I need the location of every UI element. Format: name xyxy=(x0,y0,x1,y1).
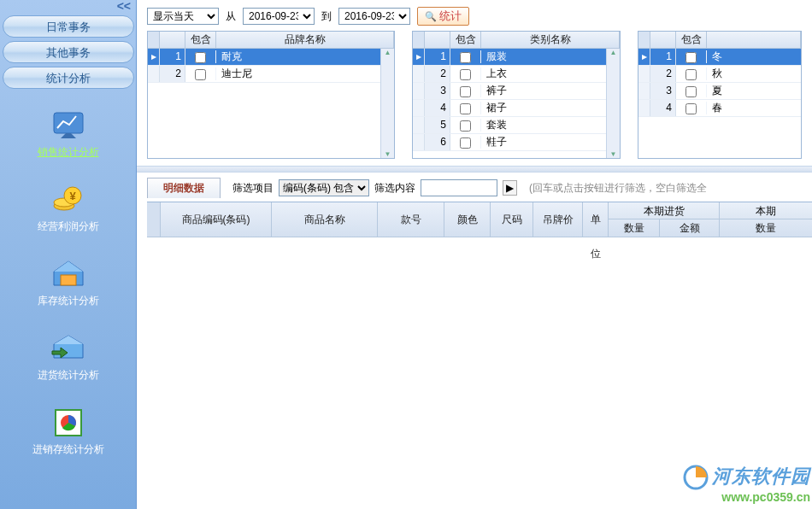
inbound-icon xyxy=(0,331,136,365)
include-header: 包含 xyxy=(185,32,216,48)
table-row[interactable]: 5套装 xyxy=(413,117,620,134)
sidebar-item-stock-analysis[interactable]: 库存统计分析 xyxy=(0,256,136,308)
table-row[interactable]: 6鞋子 xyxy=(413,134,620,151)
sidebar-item-label: 销售统计分析 xyxy=(0,145,136,160)
include-header: 包含 xyxy=(450,32,481,48)
table-row[interactable]: 2秋 xyxy=(638,66,801,83)
filter-go-icon[interactable]: ▶ xyxy=(503,180,517,196)
category-grid: 包含 类别名称 ▸1服装2上衣3裤子4裙子5套装6鞋子 xyxy=(412,31,621,159)
warehouse-icon xyxy=(0,256,136,290)
col-period-cur: 本期 xyxy=(720,202,812,219)
pie-report-icon xyxy=(0,405,136,439)
to-label: 到 xyxy=(321,9,332,24)
col-size[interactable]: 尺码 xyxy=(491,202,533,237)
nav-stats[interactable]: 统计分析 xyxy=(3,67,134,89)
sidebar-item-sales-analysis[interactable]: 销售统计分析 xyxy=(0,108,136,160)
svg-rect-5 xyxy=(61,275,76,285)
tab-detail-data[interactable]: 明细数据 xyxy=(147,178,221,198)
category-name-header: 类别名称 xyxy=(481,32,620,48)
magnifier-icon: 🔍 xyxy=(425,11,437,22)
sidebar-item-label: 库存统计分析 xyxy=(0,294,136,308)
table-row[interactable]: 2上衣 xyxy=(413,66,620,83)
col-code[interactable]: 商品编码(条码) xyxy=(161,202,271,237)
sidebar: << 日常事务 其他事务 统计分析 销售统计分析 ¥ 经营利润分析 库存统 xyxy=(0,0,137,509)
brand-grid: 包含 品牌名称 ▸1耐克2迪士尼 xyxy=(147,31,395,159)
from-label: 从 xyxy=(226,9,236,24)
sidebar-item-label: 进货统计分析 xyxy=(0,368,136,383)
col-price[interactable]: 吊牌价 xyxy=(533,202,582,237)
season-grid: 包含 ▸1冬2秋3夏4春 xyxy=(638,31,802,159)
brand-name-header: 品牌名称 xyxy=(216,32,394,48)
table-row[interactable]: 3裤子 xyxy=(413,83,620,100)
nav-daily[interactable]: 日常事务 xyxy=(3,15,134,38)
table-row[interactable]: ▸1冬 xyxy=(638,49,801,66)
include-checkbox[interactable] xyxy=(460,103,471,114)
scrollbar[interactable] xyxy=(606,49,620,158)
main-panel: 显示当天 从 2016-09-23 到 2016-09-23 🔍统计 包含 品牌… xyxy=(137,0,812,509)
svg-text:¥: ¥ xyxy=(69,190,76,202)
sidebar-item-label: 经营利润分析 xyxy=(0,219,136,234)
col-unit[interactable]: 单位 xyxy=(583,202,608,237)
include-checkbox[interactable] xyxy=(460,69,471,80)
nav-other[interactable]: 其他事务 xyxy=(3,41,134,63)
include-header: 包含 xyxy=(676,32,707,48)
col-period-in: 本期进货 xyxy=(609,202,719,219)
table-row[interactable]: 4春 xyxy=(638,100,801,117)
sidebar-item-profit-analysis[interactable]: ¥ 经营利润分析 xyxy=(0,182,136,234)
watermark: 河东软件园 www.pc0359.cn xyxy=(683,464,810,504)
col-qty2[interactable]: 数量 xyxy=(720,219,812,237)
include-checkbox[interactable] xyxy=(460,86,471,97)
filter-field-select[interactable]: 编码(条码) 包含 xyxy=(279,179,369,196)
col-style[interactable]: 款号 xyxy=(378,202,444,237)
from-date-input[interactable]: 2016-09-23 xyxy=(243,8,315,25)
filter-content-input[interactable] xyxy=(421,179,497,196)
col-name[interactable]: 商品名称 xyxy=(272,202,377,237)
sidebar-item-purchase-analysis[interactable]: 进货统计分析 xyxy=(0,331,136,383)
toolbar: 显示当天 从 2016-09-23 到 2016-09-23 🔍统计 xyxy=(137,0,812,31)
include-checkbox[interactable] xyxy=(685,52,697,63)
col-qty[interactable]: 数量 xyxy=(609,219,660,237)
display-mode-select[interactable]: 显示当天 xyxy=(147,8,219,25)
filter-content-label: 筛选内容 xyxy=(374,181,415,196)
table-row[interactable]: 2迪士尼 xyxy=(148,66,394,83)
statistics-button[interactable]: 🔍统计 xyxy=(417,7,469,26)
scrollbar[interactable] xyxy=(380,49,394,158)
sales-chart-icon xyxy=(0,108,136,142)
table-row[interactable]: 4裙子 xyxy=(413,100,620,117)
collapse-sidebar-button[interactable]: << xyxy=(0,0,136,12)
include-checkbox[interactable] xyxy=(685,69,697,80)
col-amount[interactable]: 金额 xyxy=(660,219,719,237)
include-checkbox[interactable] xyxy=(195,69,206,80)
table-row[interactable]: ▸1服装 xyxy=(413,49,620,66)
coins-icon: ¥ xyxy=(0,182,136,216)
svg-rect-0 xyxy=(54,113,83,133)
table-row[interactable]: ▸1耐克 xyxy=(148,49,394,66)
include-checkbox[interactable] xyxy=(195,52,206,63)
sidebar-item-label: 进销存统计分析 xyxy=(0,442,136,457)
table-row[interactable]: 3夏 xyxy=(638,83,801,100)
include-checkbox[interactable] xyxy=(685,103,697,114)
include-checkbox[interactable] xyxy=(460,52,471,63)
include-checkbox[interactable] xyxy=(685,86,697,97)
include-checkbox[interactable] xyxy=(460,137,471,149)
col-color[interactable]: 颜色 xyxy=(444,202,490,237)
include-checkbox[interactable] xyxy=(460,120,471,132)
sidebar-item-psi-analysis[interactable]: 进销存统计分析 xyxy=(0,405,136,457)
filter-hint: (回车或点击按钮进行筛选，空白筛选全 xyxy=(529,181,707,196)
to-date-input[interactable]: 2016-09-23 xyxy=(338,8,410,25)
filter-field-label: 筛选项目 xyxy=(232,181,274,196)
